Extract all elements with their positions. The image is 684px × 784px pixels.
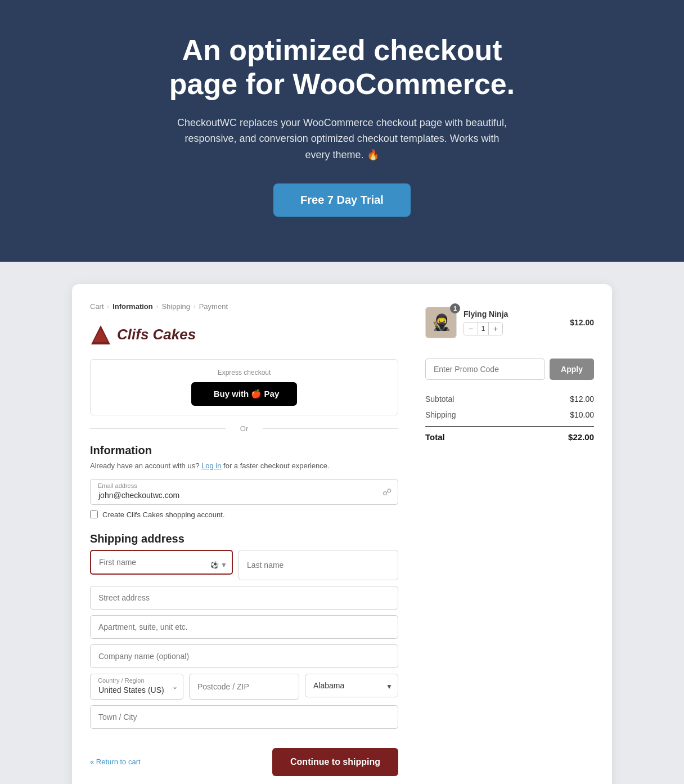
company-input[interactable] — [90, 644, 398, 668]
breadcrumb-sep-3: › — [194, 303, 196, 310]
order-item: 🥷 1 Flying Ninja − 1 + $12.00 — [425, 307, 594, 347]
product-name: Flying Ninja — [464, 310, 563, 319]
total-value: $22.00 — [568, 432, 594, 442]
apartment-input[interactable] — [90, 615, 398, 639]
logo-icon — [90, 324, 111, 346]
subtotal-row: Subtotal $12.00 — [425, 391, 594, 407]
breadcrumb-sep-1: › — [107, 303, 110, 310]
country-wrap: Country / Region United States (US) ⌄ — [90, 674, 183, 700]
last-name-input[interactable] — [238, 550, 398, 580]
logo-area: Clifs Cakes — [90, 324, 398, 346]
apple-pay-label: Buy with 🍎 Pay — [214, 389, 280, 399]
quantity-badge: 1 — [450, 303, 460, 313]
express-checkout-label: Express checkout — [100, 369, 389, 377]
name-row: ⚽ ▼ — [90, 550, 398, 580]
country-arrow-icon: ⌄ — [172, 683, 178, 691]
total-row: Total $22.00 — [425, 426, 594, 445]
qty-value: 1 — [478, 322, 489, 335]
product-price: $12.00 — [570, 318, 594, 327]
breadcrumb-cart[interactable]: Cart — [90, 302, 104, 311]
qty-increase-button[interactable]: + — [489, 322, 502, 335]
shipping-value: $10.00 — [570, 410, 594, 419]
email-wrap: Email address ☍ — [90, 479, 398, 505]
create-account-row: Create Clifs Cakes shopping account. — [90, 510, 398, 519]
shipping-label: Shipping — [425, 410, 456, 419]
first-name-wrap: ⚽ ▼ — [90, 550, 233, 580]
breadcrumb-sep-2: › — [156, 303, 159, 310]
hero-title: An optimized checkout page for WooCommer… — [145, 34, 539, 101]
right-column: 🥷 1 Flying Ninja − 1 + $12.00 Apply — [425, 302, 594, 776]
actions-row: « Return to cart Continue to shipping — [90, 748, 398, 776]
product-image-wrap: 🥷 1 — [425, 307, 457, 338]
apply-promo-button[interactable]: Apply — [550, 359, 594, 380]
breadcrumb: Cart › Information › Shipping › Payment — [90, 302, 398, 311]
continue-to-shipping-button[interactable]: Continue to shipping — [272, 748, 398, 776]
total-label: Total — [425, 432, 445, 442]
totals-table: Subtotal $12.00 Shipping $10.00 Total $2… — [425, 391, 594, 445]
street-address-input[interactable] — [90, 586, 398, 610]
information-title: Information — [90, 444, 398, 457]
information-subtitle: Already have an account with us? Log in … — [90, 462, 398, 470]
promo-input[interactable] — [425, 359, 545, 380]
free-trial-button[interactable]: Free 7 Day Trial — [273, 183, 411, 217]
city-input[interactable] — [90, 705, 398, 729]
hero-section: An optimized checkout page for WooCommer… — [0, 0, 684, 262]
qty-decrease-button[interactable]: − — [464, 322, 478, 335]
country-label: Country / Region — [98, 677, 145, 684]
return-to-cart-button[interactable]: « Return to cart — [90, 758, 141, 766]
shipping-address-title: Shipping address — [90, 532, 398, 545]
contact-icon: ☍ — [382, 486, 392, 497]
breadcrumb-shipping[interactable]: Shipping — [161, 302, 190, 311]
logo-text: Clifs Cakes — [117, 326, 196, 343]
or-divider: Or — [90, 424, 398, 433]
breadcrumb-information[interactable]: Information — [112, 302, 153, 311]
svg-marker-1 — [93, 329, 108, 342]
quantity-controls: − 1 + — [464, 322, 503, 335]
express-checkout-box: Express checkout Buy with 🍎 Pay — [90, 359, 398, 415]
login-link[interactable]: Log in — [201, 462, 221, 470]
product-info: Flying Ninja − 1 + — [464, 310, 563, 335]
state-select[interactable]: Alabama Alaska Arizona California — [305, 674, 398, 697]
create-account-label: Create Clifs Cakes shopping account. — [102, 510, 225, 519]
country-postcode-row: Country / Region United States (US) ⌄ Al… — [90, 674, 398, 700]
email-label: Email address — [98, 482, 137, 489]
hero-subtitle: CheckoutWC replaces your WooCommerce che… — [173, 115, 511, 163]
shipping-row: Shipping $10.00 — [425, 407, 594, 423]
postcode-input[interactable] — [189, 674, 299, 700]
first-name-icon: ⚽ ▼ — [210, 561, 227, 569]
create-account-checkbox[interactable] — [90, 510, 98, 518]
apple-pay-button[interactable]: Buy with 🍎 Pay — [191, 382, 298, 406]
left-column: Cart › Information › Shipping › Payment … — [90, 302, 398, 776]
breadcrumb-payment[interactable]: Payment — [199, 302, 228, 311]
state-wrap: Alabama Alaska Arizona California ▼ — [305, 674, 398, 700]
email-field-wrap: Email address — [90, 479, 398, 505]
promo-row: Apply — [425, 359, 594, 380]
subtotal-label: Subtotal — [425, 395, 454, 404]
subtotal-value: $12.00 — [570, 395, 594, 404]
checkout-wrapper: Cart › Information › Shipping › Payment … — [0, 262, 684, 784]
checkout-card: Cart › Information › Shipping › Payment … — [72, 284, 612, 784]
